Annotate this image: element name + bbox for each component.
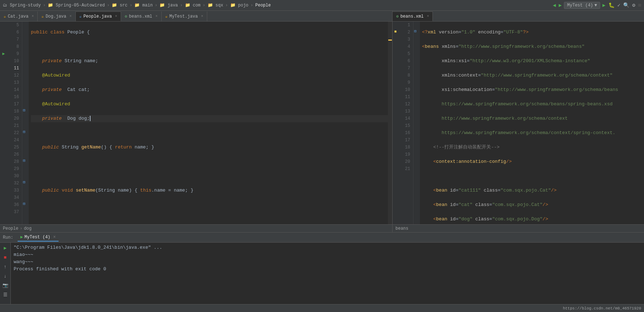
breadcrumb-main[interactable]: 📁 main — [134, 3, 153, 8]
code-line: private String name; — [31, 58, 388, 65]
fold-icon[interactable]: ⊟ — [23, 108, 26, 113]
close-icon[interactable]: × — [32, 14, 34, 18]
run-icon[interactable]: ▶ — [602, 2, 605, 8]
code-line: https://www.springframework.org/schema/c… — [422, 129, 644, 137]
code-line — [31, 173, 388, 180]
breadcrumb-com[interactable]: 📁 com — [185, 3, 201, 8]
settings-icon[interactable]: ⚙ — [632, 2, 635, 8]
title-bar: 🗂 Spring-study › 📁 Spring-05-Autowired ›… — [0, 0, 644, 11]
close-icon[interactable]: × — [201, 14, 203, 18]
fold-icon-3[interactable]: ⊟ — [23, 158, 26, 163]
bookmark-icon[interactable]: ■ — [394, 29, 397, 37]
right-gutter: ⊟ — [413, 22, 420, 224]
code-line — [31, 201, 388, 208]
right-tabs-bar: ⚙ beans.xml × — [393, 11, 644, 22]
screenshot-button[interactable]: 📷 — [1, 281, 9, 289]
run-tab-label-text: MyTest (4) — [24, 235, 50, 240]
close-tab-icon[interactable]: × — [53, 235, 56, 240]
coverage-icon[interactable]: ✓ — [617, 2, 620, 8]
code-line — [422, 173, 644, 180]
breadcrumb: 🗂 Spring-study › 📁 Spring-05-Autowired ›… — [3, 3, 271, 8]
breadcrumb-pojo[interactable]: 📁 pojo — [230, 3, 249, 8]
search-icon[interactable]: 🔍 — [623, 2, 629, 8]
fold-icon-2[interactable]: ⊟ — [23, 129, 26, 134]
code-line: public String getName() { return name; } — [31, 144, 388, 151]
bottom-panel: Run: ▶ MyTest (4) × ▶ ■ ↑ ↓ 📷 ☰ "C:\Prog… — [0, 232, 644, 304]
nav-icons: ◀ ▶ — [553, 2, 562, 8]
code-line: xsi:schemaLocation="http://www.springfra… — [422, 86, 644, 93]
right-code-editor[interactable]: ■ 1 2 3 4 5 6 7 8 9 10 11 12 13 14 15 16… — [393, 22, 644, 224]
layout-icon[interactable]: ⊞ — [638, 2, 641, 8]
run-config-label: MyTest (4) — [567, 3, 593, 8]
fold-icon-4[interactable]: ⊟ — [23, 180, 26, 184]
breadcrumb-people[interactable]: People — [3, 226, 18, 231]
tab-beans-xml-left[interactable]: ⚙ beans.xml × — [121, 12, 161, 21]
forward-icon[interactable]: ▶ — [559, 2, 562, 8]
fold-icon-5[interactable]: ⊟ — [23, 201, 26, 206]
breadcrumb-java[interactable]: 📁 java — [159, 3, 178, 8]
tab-people-java[interactable]: ☕ People.java × — [76, 12, 121, 21]
back-icon[interactable]: ◀ — [553, 2, 556, 8]
run-config[interactable]: MyTest (4) ▼ — [564, 2, 600, 9]
right-editor: ⚙ beans.xml × ■ 1 2 3 4 5 6 7 8 9 10 11 — [393, 11, 644, 232]
code-line: xmlns:xsi="http://www.w3.org/2001/XMLSch… — [422, 58, 644, 65]
tab-dog-java[interactable]: ☕ Dog.java × — [38, 12, 75, 21]
tab-run[interactable]: ▶ MyTest (4) × — [18, 233, 59, 242]
code-line: <context:annotation-config/> — [422, 158, 644, 165]
code-line — [31, 43, 388, 50]
run-label: Run: — [3, 235, 13, 240]
breadcrumb-dog[interactable]: dog — [24, 226, 32, 231]
xml-icon: ⚙ — [396, 14, 399, 19]
code-line: @Autowired — [31, 72, 388, 79]
bottom-content: ▶ ■ ↑ ↓ 📷 ☰ "C:\Program Files\Java\jdk1.… — [0, 243, 644, 304]
code-line: private Dog dog; — [31, 115, 388, 122]
tab-cat-java[interactable]: ☕ Cat.java × — [0, 12, 38, 21]
stop-button[interactable]: ■ — [1, 253, 9, 261]
debug-icon[interactable]: 🐛 — [608, 2, 615, 8]
java-icon: ☕ — [165, 14, 168, 19]
close-icon[interactable]: × — [156, 14, 158, 18]
right-code-content[interactable]: <?xml version="1.0" encoding="UTF-8"?> <… — [420, 22, 644, 224]
down-button[interactable]: ↓ — [1, 272, 9, 280]
left-gutter-icons: ▶ — [0, 22, 7, 224]
xml-icon: ⚙ — [125, 14, 127, 19]
java-icon: ☕ — [41, 14, 44, 19]
java-icon: ☕ — [4, 14, 6, 19]
tab-mytest-java[interactable]: ☕ MyTest.java × — [162, 12, 207, 21]
code-line: xmlns:context="http://www.springframewor… — [422, 72, 644, 79]
title-right: ◀ ▶ MyTest (4) ▼ ▶ 🐛 ✓ 🔍 ⚙ ⊞ — [553, 2, 641, 9]
left-code-editor[interactable]: ▶ 5 6 7 8 9 10 11 12 13 14 16 17 18 20 2… — [0, 22, 392, 224]
close-icon[interactable]: × — [427, 14, 429, 18]
bottom-tabs: Run: ▶ MyTest (4) × — [0, 233, 644, 243]
left-editor: ☕ Cat.java × ☕ Dog.java × ☕ People.java … — [0, 11, 393, 232]
output-line: wang~~~ — [14, 258, 641, 266]
code-line — [31, 158, 388, 165]
code-line: <beans xmlns="http://www.springframework… — [422, 43, 644, 50]
run-toolbar-icons: ▶ 🐛 ✓ 🔍 ⚙ ⊞ — [602, 2, 641, 8]
tab-beans-xml-right[interactable]: ⚙ beans.xml × — [393, 12, 433, 21]
list-button[interactable]: ☰ — [1, 291, 9, 299]
breadcrumb-people[interactable]: People — [255, 3, 271, 8]
close-icon[interactable]: × — [69, 14, 71, 18]
code-line: public class People { — [31, 29, 388, 36]
breadcrumb-spring-study[interactable]: 🗂 Spring-study — [3, 3, 41, 8]
breadcrumb-spring-05[interactable]: 📁 Spring-05-Autowired — [48, 3, 105, 8]
gutter: ⊟ ⊟ ⊟ ⊟ ⊟ — [22, 22, 29, 224]
close-icon[interactable]: × — [115, 14, 117, 18]
up-button[interactable]: ↑ — [1, 263, 9, 271]
code-line: http://www.springframework.org/schema/co… — [422, 115, 644, 122]
line-numbers: 5 6 7 8 9 10 11 12 13 14 16 17 18 20 21 … — [7, 22, 22, 224]
run-toolbar: ▶ ■ ↑ ↓ 📷 ☰ — [0, 243, 11, 304]
breadcrumb-sqx[interactable]: 📁 sqx — [208, 3, 223, 8]
run-line-icon[interactable]: ▶ — [2, 51, 5, 58]
main-area: ☕ Cat.java × ☕ Dog.java × ☕ People.java … — [0, 11, 644, 232]
code-line: <bean id="dog" class="com.sqx.pojo.Dog"/… — [422, 216, 644, 223]
fold-icon-xml[interactable]: ⊟ — [414, 29, 417, 33]
status-bar: https://blog.csdn.net/m0_46571920 — [0, 304, 644, 312]
left-code-content[interactable]: public class People { private String nam… — [29, 22, 388, 224]
right-breadcrumb: beans — [393, 224, 644, 232]
breadcrumb-beans[interactable]: beans — [395, 226, 408, 231]
breadcrumb-src[interactable]: 📁 src — [112, 3, 128, 8]
rerun-button[interactable]: ▶ — [1, 244, 9, 252]
chevron-down-icon[interactable]: ▼ — [594, 3, 597, 8]
